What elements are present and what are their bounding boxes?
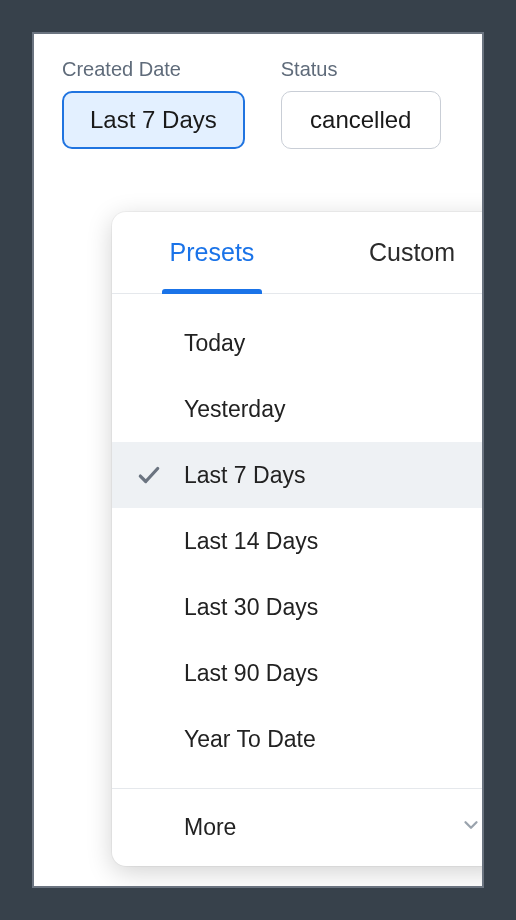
created-date-dropdown-button[interactable]: Last 7 Days — [62, 91, 245, 149]
date-presets-dropdown: Presets Custom Today Yesterday Last 7 Da… — [112, 212, 484, 866]
preset-option-label: Last 14 Days — [136, 528, 318, 555]
check-icon — [136, 462, 184, 488]
dropdown-options-list: Today Yesterday Last 7 Days Last 14 Days… — [112, 294, 484, 788]
preset-option-label: Yesterday — [136, 396, 285, 423]
filter-status: Status cancelled — [281, 58, 441, 149]
more-button[interactable]: More — [112, 788, 484, 866]
dropdown-tabs: Presets Custom — [112, 212, 484, 294]
preset-option-label: Last 30 Days — [136, 594, 318, 621]
filter-row: Created Date Last 7 Days Status cancelle… — [62, 58, 454, 149]
preset-option-year-to-date[interactable]: Year To Date — [112, 706, 484, 772]
status-dropdown-button[interactable]: cancelled — [281, 91, 441, 149]
created-date-value: Last 7 Days — [90, 106, 217, 134]
filter-label-status: Status — [281, 58, 441, 81]
tab-presets-label: Presets — [170, 238, 255, 267]
filter-label-created-date: Created Date — [62, 58, 245, 81]
preset-option-label: Year To Date — [136, 726, 316, 753]
preset-option-last-7-days[interactable]: Last 7 Days — [112, 442, 484, 508]
app-frame: U Created Date Last 7 Days Status cancel… — [32, 32, 484, 888]
preset-option-label: Last 90 Days — [136, 660, 318, 687]
preset-option-yesterday[interactable]: Yesterday — [112, 376, 484, 442]
preset-option-today[interactable]: Today — [112, 310, 484, 376]
chevron-down-icon — [460, 814, 482, 842]
tab-custom[interactable]: Custom — [312, 212, 484, 293]
filter-created-date: Created Date Last 7 Days — [62, 58, 245, 149]
preset-option-label: Last 7 Days — [184, 462, 305, 489]
preset-option-last-90-days[interactable]: Last 90 Days — [112, 640, 484, 706]
status-value: cancelled — [310, 106, 411, 134]
tab-presets[interactable]: Presets — [112, 212, 312, 293]
tab-custom-label: Custom — [369, 238, 455, 267]
preset-option-last-14-days[interactable]: Last 14 Days — [112, 508, 484, 574]
preset-option-last-30-days[interactable]: Last 30 Days — [112, 574, 484, 640]
more-label: More — [184, 814, 236, 841]
preset-option-label: Today — [136, 330, 245, 357]
